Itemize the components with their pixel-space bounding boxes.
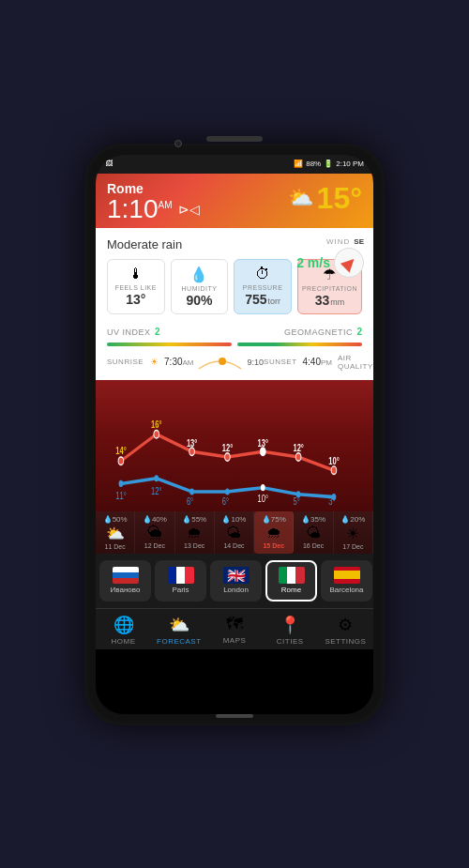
geo-gauge	[237, 343, 362, 346]
wifi-icon: 📶	[294, 160, 303, 168]
svg-point-17	[189, 448, 195, 456]
city-tabs[interactable]: Иваново Paris London Rome Barcelona	[96, 554, 373, 608]
uv-value: 2	[155, 327, 160, 337]
flag-spain	[334, 567, 360, 584]
home-label: HOME	[112, 637, 136, 646]
forecast-day-2: 💧40% 🌦 12 Dec	[135, 511, 174, 554]
sun-arc-svg	[194, 352, 246, 373]
sunset-label: SUNSET	[264, 358, 296, 366]
flag-italy	[279, 567, 305, 584]
pressure-box: ⏱ PRESSURE 755 torr	[234, 259, 292, 314]
humidity-box: 💧 HUMIDITY 90%	[171, 259, 229, 314]
pressure-icon: ⏱	[255, 266, 270, 282]
city-tab-barcelona[interactable]: Barcelona	[321, 560, 372, 602]
flag-uk	[223, 567, 250, 584]
wind-label: WIND	[326, 237, 350, 246]
midday-time: 9:10	[248, 358, 265, 367]
svg-point-19	[260, 448, 265, 456]
nav-forecast[interactable]: ⛅ FORECAST	[151, 615, 206, 646]
nav-maps[interactable]: 🗺 MAPS	[206, 615, 262, 646]
weather-summary: ⛅ 15°	[288, 181, 362, 216]
sunrise-time: 7:30AM	[164, 357, 193, 367]
svg-point-28	[332, 494, 337, 500]
air-quality-label: AIR QUALITY	[338, 354, 373, 371]
status-time: 2:10 PM	[336, 160, 364, 168]
phone-screen: 🖼 📶 88% 🔋 2:10 PM Rome 1:10AM	[96, 155, 373, 714]
screen-content: Rome 1:10AM ⊳◁ ⛅ 15°	[96, 174, 373, 714]
humidity-icon: 💧	[189, 266, 208, 282]
phone-home-bar	[216, 714, 253, 718]
nav-settings[interactable]: ⚙ SETTINGS	[318, 615, 373, 646]
svg-text:10°: 10°	[258, 492, 269, 504]
wind-speed: 2 m/s	[296, 255, 330, 270]
svg-point-18	[225, 452, 231, 461]
city-tab-russia[interactable]: Иваново	[99, 560, 151, 602]
svg-point-22	[119, 480, 124, 486]
settings-icon: ⚙	[338, 615, 353, 635]
flag-russia	[113, 567, 139, 584]
svg-point-16	[154, 430, 159, 438]
battery-level: 88%	[306, 160, 321, 168]
svg-text:12°: 12°	[222, 441, 234, 453]
svg-point-21	[331, 465, 337, 474]
header-widget: Rome 1:10AM ⊳◁ ⛅ 15°	[96, 174, 373, 228]
svg-text:11°: 11°	[115, 489, 127, 501]
cities-label: CITIES	[277, 637, 304, 646]
forecast-day-1: 💧50% ⛅ 11 Dec	[96, 511, 135, 554]
svg-point-15	[118, 456, 124, 464]
weather-description: Moderate rain	[107, 237, 182, 251]
svg-point-24	[189, 488, 194, 495]
nav-home[interactable]: 🌐 HOME	[96, 615, 151, 646]
settings-label: SETTINGS	[325, 637, 366, 646]
svg-point-25	[225, 488, 230, 495]
bottom-nav: 🌐 HOME ⛅ FORECAST 🗺 MAPS 📍 CITIES ⚙	[96, 608, 373, 649]
forecast-day-3: 💧55% 🌧 13 Dec	[175, 511, 215, 554]
wind-info: WIND SE 2 m/s ▶	[296, 237, 364, 278]
svg-text:6°: 6°	[222, 495, 229, 507]
status-notification: 🖼	[105, 160, 113, 168]
forecast-day-6: 💧35% 🌤 16 Dec	[294, 511, 333, 554]
humidity-value: 90%	[175, 293, 224, 308]
battery-icon: 🔋	[324, 160, 333, 168]
city-tab-paris[interactable]: Paris	[155, 560, 206, 602]
svg-text:10°: 10°	[328, 454, 340, 466]
city-tab-london[interactable]: London	[210, 560, 262, 602]
sun-row: SUNRISE ☀ 7:30AM 9:10 SU	[107, 352, 362, 373]
gauge-bars	[107, 343, 362, 346]
svg-text:12°: 12°	[151, 484, 162, 496]
chart-svg: 14° 16° 13° 12° 13° 12° 10° 11° 12° 6° 6…	[103, 388, 366, 508]
sun-arc: 9:10	[194, 352, 265, 373]
weather-card: Moderate rain WIND SE 2 m/s ▶	[96, 228, 373, 380]
sunrise-label: SUNRISE	[107, 358, 144, 366]
uv-gauge	[107, 343, 232, 346]
forecast-label: FORECAST	[157, 637, 202, 646]
svg-point-26	[261, 484, 265, 491]
sunrise-info: SUNRISE ☀ 7:30AM	[107, 357, 194, 367]
cities-icon: 📍	[280, 615, 300, 635]
precipitation-value: 33	[315, 293, 330, 308]
svg-point-20	[295, 452, 301, 461]
thermometer-icon: 🌡	[129, 266, 144, 282]
city-tab-rome[interactable]: Rome	[265, 560, 317, 602]
svg-text:16°: 16°	[151, 418, 162, 430]
feels-like-box: 🌡 FEELS LIKE 13°	[107, 259, 165, 314]
forecast-day-4: 💧10% 🌤 14 Dec	[215, 511, 254, 554]
svg-point-27	[296, 491, 301, 497]
svg-text:13°: 13°	[258, 435, 269, 448]
sunset-info: SUNSET 4:40PM	[264, 357, 332, 367]
phone-frame: 🖼 📶 88% 🔋 2:10 PM Rome 1:10AM	[84, 144, 385, 725]
home-icon: 🌐	[113, 615, 134, 635]
svg-text:12°: 12°	[293, 441, 304, 453]
sunrise-icon: ☀	[150, 357, 159, 367]
forecast-strip: 💧50% ⛅ 11 Dec 💧40% 🌦 12 Dec 💧55% 🌧 13 De…	[96, 511, 373, 554]
svg-text:6°: 6°	[187, 495, 193, 507]
svg-text:13°: 13°	[187, 435, 198, 448]
forecast-icon: ⛅	[169, 615, 189, 635]
weather-icon: ⛅	[288, 186, 313, 210]
current-temperature: 15°	[317, 181, 362, 216]
nav-cities[interactable]: 📍 CITIES	[263, 615, 318, 646]
share-icon[interactable]: ⊳◁	[178, 202, 200, 217]
compass-icon: ▶	[327, 241, 370, 283]
flag-france	[168, 567, 194, 584]
forecast-day-5: 💧75% 🌧 15 Dec	[254, 511, 294, 554]
